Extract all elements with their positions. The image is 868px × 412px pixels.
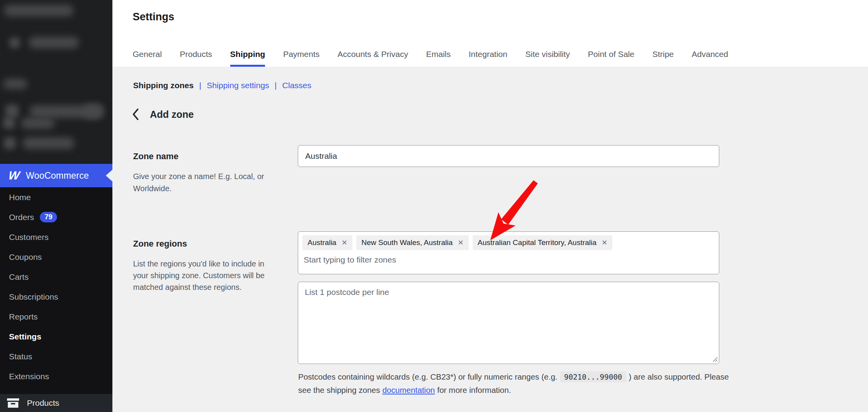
sidebar-item-label: Subscriptions — [9, 292, 58, 302]
selected-region-chips: Australia ✕ New South Wales, Australia ✕… — [302, 235, 715, 250]
remove-region-icon[interactable]: ✕ — [458, 239, 464, 246]
zone-name-help: Give your zone a name! E.g. Local, or Wo… — [133, 170, 269, 195]
sidebar-item-carts[interactable]: Carts — [0, 267, 112, 287]
settings-tabs: General Products Shipping Payments Accou… — [133, 50, 728, 67]
sidebar-item-label: Settings — [9, 332, 41, 341]
redacted-menu-item — [23, 137, 74, 149]
sidebar-item-coupons[interactable]: Coupons — [0, 247, 112, 267]
sidebar-item-status[interactable]: Status — [0, 346, 112, 366]
sidebar-item-label: Products — [27, 398, 59, 408]
woocommerce-logo-icon: W — [8, 170, 21, 181]
postcode-range-code: 90210...99000 — [560, 371, 626, 382]
postcodes-help-text: Postcodes containing wildcards (e.g. CB2… — [298, 370, 737, 396]
redacted-menu-icon — [5, 105, 19, 118]
sidebar-item-label: Coupons — [9, 252, 42, 262]
redacted-menu-item — [4, 5, 73, 16]
add-zone-title: Add zone — [150, 109, 194, 120]
sidebar-item-subscriptions[interactable]: Subscriptions — [0, 287, 112, 307]
help-text-segment: for more information. — [437, 385, 511, 394]
tab-stripe[interactable]: Stripe — [652, 50, 674, 67]
redacted-menu-item — [3, 79, 27, 89]
tab-general[interactable]: General — [133, 50, 162, 67]
sidebar-item-extensions[interactable]: Extensions — [0, 366, 112, 386]
woocommerce-submenu: Home Orders 79 Customers Coupons Carts S… — [0, 187, 112, 386]
redacted-menu-icon — [3, 117, 15, 129]
admin-sidebar: W WooCommerce Home Orders 79 Customers C… — [0, 0, 112, 412]
subnav-separator: | — [199, 81, 201, 90]
zone-name-label: Zone name — [133, 151, 178, 162]
back-chevron-icon[interactable] — [132, 108, 140, 121]
tab-products[interactable]: Products — [180, 50, 212, 67]
subnav-item-shipping-zones[interactable]: Shipping zones — [133, 81, 194, 90]
sidebar-item-label: WooCommerce — [26, 170, 89, 181]
sidebar-item-customers[interactable]: Customers — [0, 227, 112, 247]
sidebar-item-reports[interactable]: Reports — [0, 307, 112, 327]
subnav-item-shipping-settings[interactable]: Shipping settings — [207, 81, 269, 90]
region-filter-input[interactable] — [302, 254, 706, 266]
add-zone-heading-row: Add zone — [132, 108, 194, 121]
redacted-menu-section — [0, 0, 112, 164]
zone-regions-label: Zone regions — [133, 239, 187, 249]
woocommerce-settings-page: W WooCommerce Home Orders 79 Customers C… — [0, 0, 868, 412]
region-chip-label: New South Wales, Australia — [361, 238, 453, 247]
sidebar-item-label: Carts — [9, 272, 28, 282]
sidebar-item-woocommerce[interactable]: W WooCommerce — [0, 164, 112, 187]
redacted-menu-icon — [9, 37, 20, 48]
sidebar-item-home[interactable]: Home — [0, 187, 112, 207]
tab-advanced[interactable]: Advanced — [692, 50, 728, 67]
sidebar-item-settings[interactable]: Settings — [0, 327, 112, 346]
sidebar-item-label: Status — [9, 352, 32, 361]
region-chip-new-south-wales: New South Wales, Australia ✕ — [356, 235, 469, 250]
redacted-menu-icon — [4, 137, 16, 149]
postcodes-textarea[interactable] — [298, 282, 719, 364]
sidebar-item-products[interactable]: Products — [0, 394, 112, 412]
documentation-link[interactable]: documentation — [382, 385, 435, 394]
sidebar-item-orders[interactable]: Orders 79 — [0, 207, 112, 227]
zone-regions-help: List the regions you'd like to include i… — [133, 258, 277, 293]
subnav-separator: | — [275, 81, 277, 90]
postcodes-field-wrap — [298, 282, 719, 364]
tab-site-visibility[interactable]: Site visibility — [525, 50, 570, 67]
current-menu-notch — [106, 170, 112, 181]
redacted-menu-item — [84, 105, 103, 118]
region-chip-australian-capital-territory: Australian Capital Territory, Australia … — [473, 235, 613, 250]
zone-name-input[interactable] — [298, 145, 719, 167]
tab-integration[interactable]: Integration — [469, 50, 507, 67]
page-title: Settings — [133, 11, 174, 23]
sidebar-item-label: Home — [9, 193, 31, 202]
tab-shipping[interactable]: Shipping — [230, 50, 265, 67]
region-chip-label: Australian Capital Territory, Australia — [478, 238, 596, 247]
redacted-menu-item — [29, 37, 79, 48]
settings-header: Settings General Products Shipping Payme… — [112, 0, 868, 67]
subnav-item-classes[interactable]: Classes — [282, 81, 311, 90]
orders-count-badge: 79 — [40, 212, 57, 223]
remove-region-icon[interactable]: ✕ — [342, 239, 347, 246]
products-box-icon — [7, 398, 19, 408]
redacted-menu-item — [21, 118, 55, 129]
sidebar-item-label: Customers — [9, 233, 49, 242]
tab-emails[interactable]: Emails — [426, 50, 451, 67]
remove-region-icon[interactable]: ✕ — [601, 239, 607, 246]
settings-content: Settings General Products Shipping Payme… — [112, 0, 868, 412]
sidebar-item-label: Extensions — [9, 372, 49, 381]
zone-regions-select[interactable]: Australia ✕ New South Wales, Australia ✕… — [298, 231, 719, 274]
region-chip-australia: Australia ✕ — [302, 235, 352, 250]
tab-point-of-sale[interactable]: Point of Sale — [588, 50, 634, 67]
tab-accounts-privacy[interactable]: Accounts & Privacy — [338, 50, 408, 67]
shipping-subnav: Shipping zones | Shipping settings | Cla… — [133, 81, 311, 90]
help-text-segment: Postcodes containing wildcards (e.g. CB2… — [298, 372, 557, 381]
tab-payments[interactable]: Payments — [283, 50, 319, 67]
region-chip-label: Australia — [308, 238, 336, 247]
sidebar-item-label: Reports — [9, 312, 38, 321]
sidebar-item-label: Orders — [9, 213, 34, 222]
